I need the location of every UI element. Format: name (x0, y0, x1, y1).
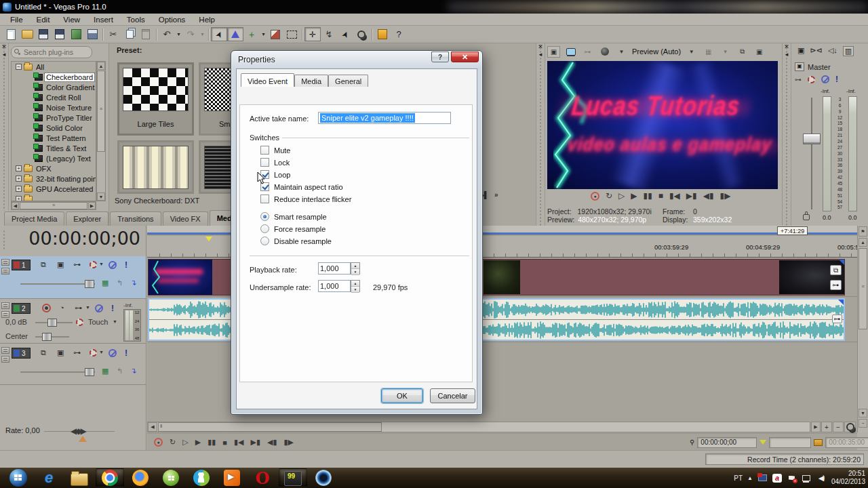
slider-handle[interactable] (85, 280, 94, 288)
dropdown-icon[interactable]: ▼ (85, 305, 90, 310)
solo-icon[interactable]: ! (835, 75, 838, 84)
arm-record-icon[interactable] (42, 304, 51, 312)
undo-dropdown-icon[interactable]: ▾ (175, 27, 182, 41)
go-to-start-icon[interactable]: ▮◀ (234, 438, 244, 447)
scroll-thumb[interactable]: ‖ (158, 422, 382, 432)
selection-edit-tool-icon[interactable]: + (243, 27, 260, 41)
title-bar[interactable]: Untitled * - Vegas Pro 11.0 (0, 0, 868, 14)
pause-icon[interactable]: ▮▮ (208, 438, 216, 447)
expand-toggle-icon[interactable]: + (16, 165, 22, 171)
timeline-hscrollbar[interactable]: ◀ ‖ (147, 422, 810, 432)
checkbox-lock[interactable]: Lock (260, 158, 351, 167)
tree-item-titles-text[interactable]: Titles & Text (12, 143, 96, 153)
event-fx-icon[interactable]: ⊶ (832, 314, 842, 323)
tab-project-media[interactable]: Project Media (4, 211, 64, 226)
track-number-badge[interactable]: 2 (12, 303, 31, 314)
trim-tool-icon[interactable]: ✛ (304, 27, 321, 41)
dialog-tab[interactable]: General (328, 75, 368, 87)
paste-icon[interactable] (138, 27, 154, 41)
marker-tool-icon[interactable]: ⚑ (859, 226, 867, 237)
paint-events-tool-icon[interactable] (267, 27, 283, 41)
stop-icon[interactable]: ■ (658, 191, 663, 201)
checkbox-maintain-aspect-ratio[interactable]: Maintain aspect ratio (260, 182, 351, 191)
tab-explorer[interactable]: Explorer (66, 211, 108, 226)
overflow-icon[interactable]: » (494, 191, 498, 199)
scroll-thumb[interactable]: ≡ (97, 70, 105, 152)
project-properties-icon[interactable] (598, 46, 611, 58)
invert-phase-icon[interactable]: ◔ (60, 304, 64, 312)
go-to-end-icon[interactable]: ▶▮ (250, 438, 260, 447)
tree-hscrollbar[interactable]: ◀ ≡ ▶ (11, 201, 96, 210)
dropdown-icon[interactable]: ▼ (719, 46, 732, 58)
collapse-panel-icon[interactable]: ◂ (3, 51, 6, 58)
search-input[interactable] (24, 48, 85, 56)
track-restore-icon[interactable] (1, 268, 9, 274)
checkbox-reduce-interlace-flicker[interactable]: Reduce interlace flicker (260, 195, 351, 203)
tree-item-color-gradient[interactable]: Color Gradient (12, 82, 96, 92)
pan-slider[interactable] (35, 336, 69, 338)
arrow-tool-icon[interactable] (337, 27, 353, 41)
tree-item-gpu[interactable]: +GPU Accelerated (12, 184, 96, 194)
new-project-icon[interactable] (3, 27, 19, 41)
take-name-input[interactable]: Sniper elite v2 gameplay !!!! (318, 112, 451, 124)
bus-icon[interactable]: ⊳⊲ (810, 46, 822, 56)
cancel-button[interactable]: Cancelar (430, 388, 475, 403)
interactive-tutorials-icon[interactable] (374, 27, 391, 41)
track-minimize-icon[interactable] (1, 302, 9, 309)
start-button[interactable] (4, 468, 33, 487)
previous-frame-icon[interactable]: ◀▮ (267, 438, 277, 447)
track-motion-icon[interactable]: ▣ (57, 348, 64, 357)
track-level-slider[interactable] (20, 283, 95, 285)
collapse-panel-icon[interactable]: ◂ (539, 51, 542, 58)
track-motion-icon[interactable]: ▣ (57, 260, 64, 269)
track-meter[interactable]: 12243648 (123, 309, 141, 342)
tab-transitions[interactable]: Transitions (110, 211, 161, 226)
close-panel-icon[interactable]: ✕ (1, 43, 7, 50)
tree-vscrollbar[interactable]: ▲ ≡ ▼ (96, 61, 106, 201)
redo-icon[interactable]: ↷ (182, 27, 199, 41)
tree-item-solid-color[interactable]: Solid Color (12, 123, 96, 133)
zoom-in-icon[interactable]: + (821, 422, 832, 432)
close-panel-icon[interactable]: ✕ (784, 43, 789, 50)
mixer-icon[interactable]: ▥ (843, 46, 854, 56)
track-restore-icon[interactable] (1, 311, 9, 318)
event-pan-crop-icon[interactable]: ▣ (547, 46, 560, 58)
panel-grip[interactable]: ✕◂ (536, 43, 545, 226)
radio-smart-resample[interactable]: Smart resample (260, 212, 332, 221)
panel-grip[interactable]: ✕◂ (783, 43, 791, 226)
toolbar-button[interactable] (100, 27, 105, 41)
taskbar-chrome[interactable] (96, 468, 124, 487)
automation-mode-label[interactable]: Touch (88, 318, 108, 326)
track-header-1[interactable]: 1 ⧉ ▣ ⊶ ▼ ! ▦ ↰ ↴ (0, 256, 146, 299)
dropdown-icon[interactable]: ▼ (113, 319, 117, 324)
preset-large-tiles[interactable]: Large Tiles (117, 62, 194, 136)
dialog-help-button[interactable]: ? (431, 52, 449, 62)
mute-icon[interactable] (108, 349, 117, 357)
tab-video-fx[interactable]: Video FX (163, 211, 208, 226)
track-number-badge[interactable]: 3 (12, 348, 31, 359)
scroll-up-icon[interactable]: ▲ (859, 238, 867, 247)
track-fx-icon[interactable]: ⊶ (75, 304, 82, 312)
preset-vertical-blinds[interactable] (117, 140, 194, 194)
expand-toggle-icon[interactable]: − (16, 64, 22, 70)
gear-icon[interactable] (808, 76, 815, 83)
menu-item[interactable]: File (4, 14, 29, 25)
tree-item-more[interactable]: + (12, 194, 96, 201)
preview-quality-dropdown[interactable]: Preview (Auto) (632, 47, 681, 56)
zoom-out-vertical-icon[interactable]: − (859, 419, 867, 428)
bypass-motion-blur-icon[interactable]: ⧉ (41, 348, 46, 357)
radio-button[interactable] (260, 237, 269, 245)
go-to-end-icon[interactable]: ▶▮ (686, 191, 697, 201)
close-panel-icon[interactable]: ✕ (538, 43, 543, 50)
mute-icon[interactable] (95, 304, 103, 312)
toolbar-button[interactable] (154, 27, 159, 41)
tray-action-center-icon[interactable]: x (787, 473, 797, 483)
next-frame-icon[interactable]: ▮▶ (283, 438, 294, 447)
checkbox[interactable] (260, 158, 269, 167)
event-fx-icon[interactable]: ⊶ (830, 280, 842, 290)
split-screen-icon[interactable]: ⊶ (581, 46, 594, 58)
expand-toggle-icon[interactable]: + (16, 186, 22, 192)
volume-fader-handle[interactable] (803, 134, 821, 144)
record-icon[interactable]: ● (591, 192, 599, 201)
tree-item-32bit[interactable]: +32-bit floating poin (12, 174, 96, 184)
